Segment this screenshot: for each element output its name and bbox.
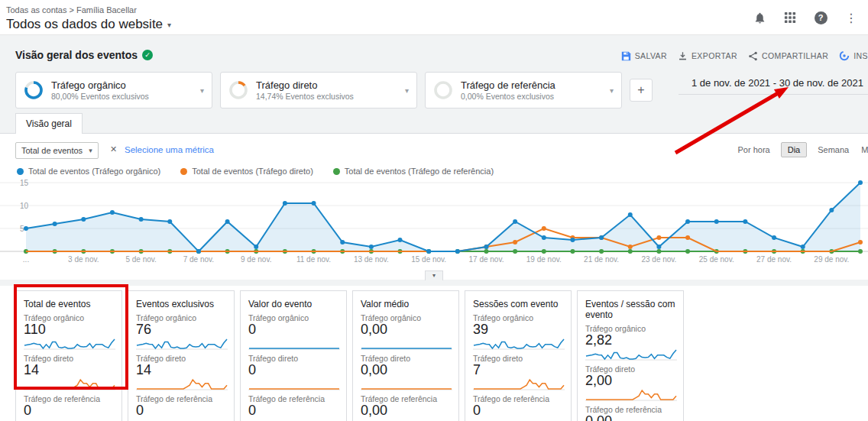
sparkline: [361, 378, 452, 390]
events-line-chart: 51015...3 de nov.5 de nov.7 de nov.9 de …: [0, 178, 868, 268]
svg-text:3 de nov.: 3 de nov.: [68, 255, 99, 264]
export-button[interactable]: EXPORTAR: [678, 51, 737, 61]
breadcrumb[interactable]: Todas as contas > Família Bacellar: [6, 5, 137, 15]
svg-text:21 de nov.: 21 de nov.: [584, 255, 619, 264]
scorecard-metric-value: 0: [136, 403, 226, 418]
scorecard-metric-label: Tráfego de referência: [136, 394, 226, 403]
svg-text:10: 10: [20, 202, 29, 210]
sparkline: [136, 338, 228, 350]
granularity-dia[interactable]: Dia: [781, 142, 808, 157]
granularity-por-hora[interactable]: Por hora: [737, 143, 772, 157]
svg-text:7 de nov.: 7 de nov.: [183, 255, 214, 264]
scorecard-metric-value: 0,00: [585, 414, 675, 421]
scorecard-metric-value: 39: [473, 322, 563, 337]
header-icons: ? ⋮: [752, 10, 859, 25]
scorecard: Eventos / sessão com eventoTráfego orgân…: [577, 290, 684, 421]
property-selector[interactable]: Todos os dados do website ▾: [6, 17, 171, 32]
segment-texts: Tráfego orgânico 80,00% Eventos exclusiv…: [51, 79, 193, 101]
sparkline: [136, 378, 228, 390]
scorecard-metric-value: 2,82: [585, 333, 675, 348]
sparkline: [24, 338, 115, 350]
scorecard: Sessões com eventoTráfego orgânico39Tráf…: [465, 290, 572, 421]
scorecard: Valor do eventoTráfego orgânico0Tráfego …: [240, 290, 347, 421]
chevron-down-icon[interactable]: ▾: [405, 86, 409, 95]
segment-name: Tráfego de referência: [461, 79, 602, 91]
help-icon[interactable]: ?: [813, 10, 828, 25]
segment-name: Tráfego direto: [256, 79, 397, 91]
legend-label: Total de eventos (Tráfego orgânico): [28, 167, 160, 176]
scorecard-title: Sessões com evento: [473, 299, 563, 309]
chevron-down-icon[interactable]: ▾: [200, 86, 204, 95]
svg-text:5 de nov.: 5 de nov.: [125, 255, 156, 264]
scorecard-title: Valor do evento: [248, 299, 338, 309]
download-icon: [678, 51, 688, 61]
insights-button[interactable]: INSIGHTS: [839, 50, 868, 61]
metric-dropdown[interactable]: Total de eventos ▾: [15, 142, 99, 159]
scorecard: Eventos exclusivosTráfego orgânico76Tráf…: [128, 290, 235, 421]
sparkline: [585, 348, 677, 361]
scorecard-metric-value: 0,00: [361, 363, 451, 377]
segment-card-direct[interactable]: Tráfego direto 14,74% Eventos exclusivos…: [220, 72, 417, 108]
segment-texts: Tráfego de referência 0,00% Eventos excl…: [461, 79, 602, 101]
svg-text:23 de nov.: 23 de nov.: [641, 255, 676, 264]
chevron-down-icon[interactable]: ▾: [610, 86, 614, 95]
legend-color-dot: [180, 168, 187, 175]
chevron-down-icon: ▾: [89, 147, 92, 154]
svg-text:15: 15: [20, 179, 29, 187]
scorecard-metric-value: 7: [473, 363, 563, 377]
segment-card-referral[interactable]: Tráfego de referência 0,00% Eventos excl…: [425, 72, 622, 108]
expand-table-button[interactable]: ▾: [425, 270, 443, 280]
scorecard-metric-value: 0,00: [361, 322, 451, 337]
segment-texts: Tráfego direto 14,74% Eventos exclusivos: [256, 79, 397, 101]
segment-subtitle: 14,74% Eventos exclusivos: [256, 92, 397, 101]
segment-subtitle: 0,00% Eventos exclusivos: [461, 92, 602, 101]
sparkline: [361, 338, 452, 350]
scorecard-metric-value: 14: [24, 363, 114, 377]
export-label: EXPORTAR: [691, 51, 737, 60]
legend-label: Total de eventos (Tráfego direto): [192, 167, 313, 176]
scorecard-metric-value: 0: [473, 403, 563, 418]
share-button[interactable]: COMPARTILHAR: [748, 51, 828, 61]
page-title: Visão geral dos eventos ✓: [15, 49, 153, 61]
notifications-bell-icon[interactable]: [752, 10, 767, 25]
scorecard-metric-label: Tráfego direto: [473, 354, 563, 363]
segment-card-organic[interactable]: Tráfego orgânico 80,00% Eventos exclusiv…: [15, 72, 212, 108]
legend-item: Total de eventos (Tráfego orgânico): [17, 167, 160, 176]
insights-label: INSIGHTS: [853, 51, 868, 60]
scorecard-metric-label: Tráfego orgânico: [248, 313, 338, 322]
remove-metric-icon[interactable]: ✕: [110, 144, 117, 154]
granularity-mês[interactable]: Mês: [860, 143, 868, 157]
save-label: SALVAR: [635, 51, 667, 60]
apps-grid-icon[interactable]: [782, 10, 798, 25]
scorecard-metric-value: 0: [24, 403, 114, 418]
action-bar: SALVAR EXPORTAR COMPARTILHAR INSIGHTS: [621, 50, 868, 61]
sparkline: [585, 389, 677, 401]
kebab-menu-icon[interactable]: ⋮: [844, 10, 859, 25]
sparkline: [248, 338, 340, 350]
svg-text:17 de nov.: 17 de nov.: [468, 255, 504, 264]
scorecard-metric-value: 0,00: [361, 403, 451, 418]
granularity-semana[interactable]: Semana: [816, 143, 850, 157]
metric-dropdown-label: Total de eventos: [21, 146, 83, 155]
scorecard: Valor médioTráfego orgânico0,00Tráfego d…: [352, 290, 459, 421]
scorecard-metric-label: Tráfego de referência: [24, 394, 114, 403]
scorecard-metric-label: Tráfego direto: [248, 354, 338, 363]
tab-visao-geral[interactable]: Visão geral: [15, 113, 83, 134]
svg-text:25 de nov.: 25 de nov.: [699, 255, 734, 264]
scorecard-metric-value: 0: [248, 363, 338, 377]
scorecard: Total de eventosTráfego orgânico110Tráfe…: [15, 290, 122, 421]
scorecard-metric-value: 76: [136, 322, 226, 337]
legend-label: Total de eventos (Tráfego de referência): [345, 167, 494, 176]
segment-donut-icon: [433, 80, 453, 100]
legend-color-dot: [333, 168, 340, 175]
verified-check-icon: ✓: [142, 50, 153, 60]
scorecard-metric-value: 110: [24, 322, 114, 337]
app-header: Todas as contas > Família Bacellar Todos…: [0, 0, 868, 35]
date-range-selector[interactable]: 1 de nov. de 2021 - 30 de nov. de 2021: [679, 72, 868, 95]
save-button[interactable]: SALVAR: [621, 51, 667, 61]
segment-name: Tráfego orgânico: [51, 79, 193, 91]
add-metric-link[interactable]: Selecione uma métrica: [125, 145, 214, 154]
legend-item: Total de eventos (Tráfego de referência): [333, 167, 494, 176]
legend-item: Total de eventos (Tráfego direto): [180, 167, 313, 176]
add-segment-button[interactable]: +: [630, 79, 653, 102]
